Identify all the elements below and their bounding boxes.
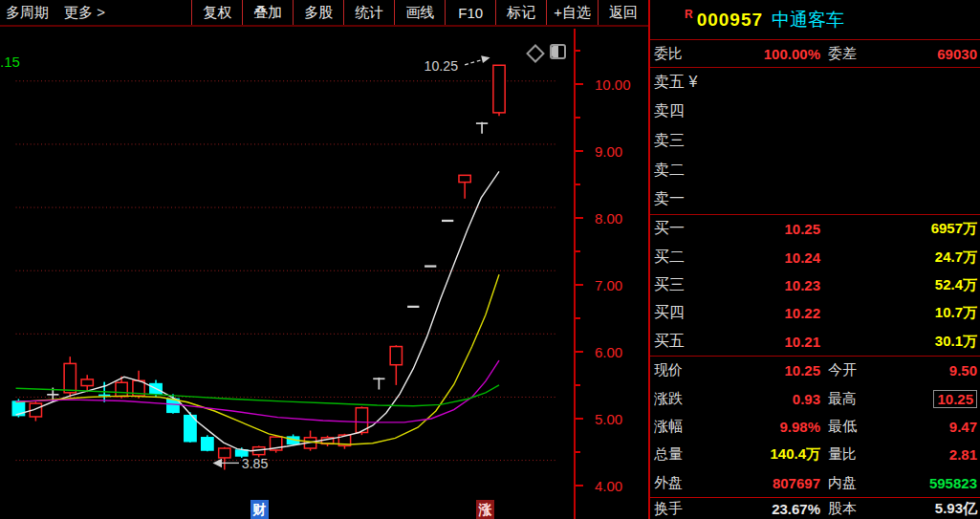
axis-tick-label: 6.00	[595, 344, 646, 360]
toolbar-menu-item-0[interactable]: 多周期	[6, 4, 49, 22]
info-value: 9.50	[949, 362, 977, 378]
axis-tick-major	[576, 83, 583, 85]
signal-marker-cai: 财	[250, 500, 269, 519]
capital-value: 5.93亿	[889, 500, 980, 518]
info-value-wrap: 595823	[889, 475, 980, 491]
sell-level-label: 卖五 ¥	[650, 73, 708, 93]
buy-level-label: 买三	[650, 275, 708, 295]
axis-tick-label: 9.00	[595, 143, 646, 160]
ma-white-line	[16, 171, 499, 450]
candle-body	[236, 450, 248, 456]
sell-level-row: 卖二	[650, 156, 980, 185]
buy-level-volume: 24.7万	[820, 249, 980, 267]
toolbar-button-0[interactable]: 复权	[191, 0, 242, 25]
high-price-annotation: 10.25	[425, 58, 459, 74]
sell-level-row: 卖三	[650, 126, 980, 156]
candle-body	[64, 363, 76, 392]
info-label: 最高	[820, 390, 889, 408]
low-price-annotation: 3.85	[242, 456, 269, 471]
toolbar-buttons: 复权叠加多股统计画线F10标记+自选返回	[191, 0, 648, 25]
axis-tick-major	[576, 150, 583, 152]
high-arrow-line	[465, 59, 484, 65]
axis-tick-major	[576, 351, 583, 353]
toolbar-button-5[interactable]: F10	[445, 0, 495, 25]
half-filled-square-icon[interactable]	[550, 44, 566, 59]
stock-code: 000957	[697, 10, 763, 31]
ma-green-line	[16, 385, 499, 406]
info-value-wrap: 9.47	[889, 419, 980, 435]
axis-tick-label: 4.00	[595, 478, 646, 494]
sell-level-label: 卖四	[650, 101, 708, 121]
info-value: 10.25	[933, 390, 977, 408]
candle-body	[459, 175, 470, 182]
margin-flag: R	[685, 8, 693, 21]
ma-value-fragment: .15	[0, 54, 20, 70]
signal-marker-zhang: 涨	[476, 500, 494, 519]
sell-level-row: 卖一	[650, 184, 980, 214]
buy-level-price: 10.25	[708, 221, 820, 237]
toolbar-button-8[interactable]: 返回	[598, 0, 648, 25]
toolbar-button-3[interactable]: 统计	[343, 0, 394, 25]
axis-tick-label: 10.00	[595, 76, 646, 93]
buy-level-row: 买五10.2130.1万	[650, 328, 980, 356]
buy-level-row: 买四10.2210.7万	[650, 299, 980, 327]
info-row: 总量140.4万量比2.81	[650, 441, 980, 468]
info-value: 10.25	[708, 362, 820, 378]
candlestick-chart[interactable]: 10.253.85	[0, 29, 574, 519]
toolbar-button-6[interactable]: 标记	[495, 0, 546, 25]
info-value: 2.81	[949, 446, 977, 463]
info-label: 最低	[820, 418, 889, 436]
info-row: 涨跌0.93最高10.25	[650, 384, 980, 412]
info-value-wrap: 9.50	[889, 362, 980, 378]
half-fill	[552, 46, 558, 57]
buy-level-label: 买五	[650, 332, 708, 352]
toolbar-menu-item-1[interactable]: 更多 >	[64, 4, 105, 22]
info-label: 现价	[650, 361, 708, 379]
axis-tick-label: 7.00	[595, 277, 646, 293]
info-value-wrap: 2.81	[889, 446, 980, 463]
quote-info-grid: 现价10.25今开9.50涨跌0.93最高10.25涨幅9.98%最低9.47总…	[650, 357, 980, 498]
footer-row: 换手 23.67% 股本 5.93亿	[650, 498, 980, 519]
info-label: 涨幅	[650, 418, 708, 436]
candle-body	[493, 65, 505, 113]
sell-level-row: 卖五 ¥	[650, 68, 980, 97]
candle-body	[116, 382, 127, 397]
candle-body	[219, 448, 230, 458]
info-label: 今开	[820, 361, 889, 379]
info-value: 140.4万	[708, 445, 820, 464]
low-arrow-head	[213, 459, 222, 467]
info-row: 外盘807697内盘595823	[650, 469, 980, 497]
weibi-row: 委比 100.00% 委差 69030	[650, 40, 980, 68]
info-label: 内盘	[820, 474, 889, 492]
buy-level-volume: 30.1万	[820, 333, 980, 351]
buy-level-price: 10.24	[708, 249, 820, 266]
quote-panel: R 000957 中通客车 委比 100.00% 委差 69030 卖五 ¥卖四…	[648, 0, 980, 519]
buy-level-price: 10.21	[708, 334, 820, 350]
buy-level-label: 买一	[650, 219, 708, 239]
info-label: 量比	[820, 445, 889, 464]
weibi-value: 100.00%	[708, 46, 820, 62]
sell-level-label: 卖一	[650, 189, 708, 209]
info-row: 现价10.25今开9.50	[650, 357, 980, 384]
axis-tick-label: 8.00	[595, 210, 646, 227]
buy-level-volume: 52.4万	[820, 276, 980, 294]
buy-level-volume: 10.7万	[820, 304, 980, 322]
sell-level-label: 卖二	[650, 161, 708, 181]
info-value: 9.47	[949, 419, 977, 435]
toolbar-button-2[interactable]: 多股	[293, 0, 343, 25]
sell-levels: 卖五 ¥卖四卖三卖二卖一	[650, 68, 980, 215]
toolbar: 多周期更多 > 复权叠加多股统计画线F10标记+自选返回	[0, 0, 648, 27]
candle-body	[202, 438, 213, 450]
stock-header: R 000957 中通客车	[650, 0, 980, 40]
toolbar-left-group: 多周期更多 >	[0, 4, 105, 22]
info-value: 9.98%	[708, 419, 820, 435]
toolbar-button-7[interactable]: +自选	[546, 0, 598, 25]
weibi-label: 委比	[650, 45, 708, 63]
toolbar-button-1[interactable]: 叠加	[242, 0, 293, 25]
buy-level-label: 买二	[650, 248, 708, 268]
axis-tick-major	[576, 284, 583, 286]
buy-level-price: 10.22	[708, 305, 820, 321]
buy-level-row: 买二10.2424.7万	[650, 243, 980, 270]
toolbar-button-4[interactable]: 画线	[394, 0, 445, 25]
axis-tick-minor	[576, 384, 580, 386]
